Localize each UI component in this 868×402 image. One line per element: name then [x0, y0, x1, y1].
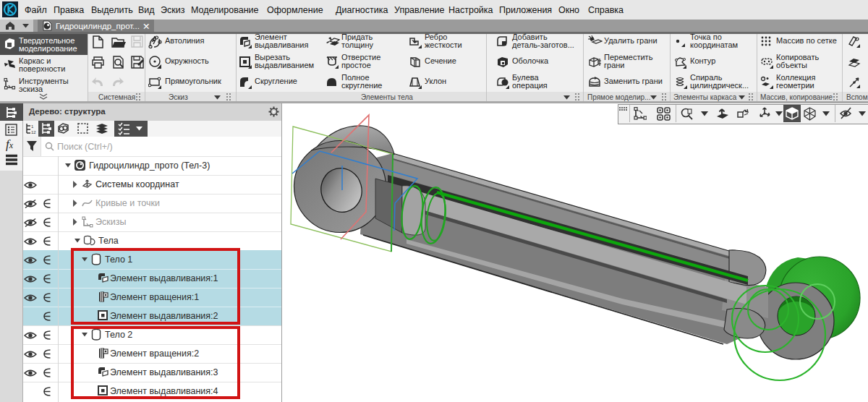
svg-text:1: 1: [31, 124, 34, 129]
svg-text:12: 12: [31, 130, 36, 134]
